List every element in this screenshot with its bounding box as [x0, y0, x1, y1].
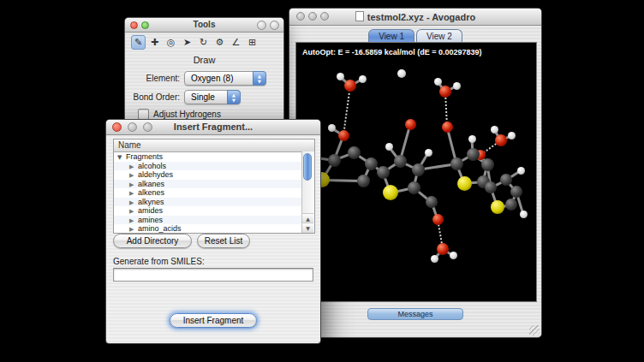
- desktop: { "main_window": { "title": "testmol2.xy…: [0, 0, 644, 362]
- disclosure-triangle-icon[interactable]: [129, 171, 138, 181]
- tools-toolbar: ✎✚◎➤↻⚙∠⊞: [131, 35, 261, 50]
- carbon-atom[interactable]: [510, 186, 522, 198]
- fragment-list-item[interactable]: alkynes: [114, 198, 302, 207]
- carbon-atom[interactable]: [467, 148, 480, 161]
- disclosure-triangle-icon[interactable]: [117, 153, 126, 163]
- carbon-atom[interactable]: [426, 196, 438, 208]
- element-label: Element:: [130, 74, 180, 83]
- scrollbar-thumb[interactable]: [303, 153, 312, 181]
- hydrogen-atom[interactable]: [517, 167, 525, 175]
- hydrogen-atom[interactable]: [385, 143, 393, 151]
- sulfur-atom[interactable]: [457, 176, 472, 191]
- fragment-name: alkynes: [138, 198, 164, 206]
- fragment-name: amino_acids: [138, 224, 182, 233]
- insert-fragment-button[interactable]: Insert Fragment: [170, 313, 257, 328]
- oxygen-atom[interactable]: [439, 86, 451, 98]
- main-window-titlebar[interactable]: testmol2.xyz - Avogadro: [289, 9, 541, 26]
- oxygen-atom[interactable]: [344, 80, 356, 92]
- resize-grip[interactable]: [529, 325, 540, 335]
- carbon-atom[interactable]: [500, 174, 512, 186]
- popup-arrows-icon: [227, 90, 241, 104]
- carbon-atom[interactable]: [412, 163, 425, 176]
- dialog-title: Insert Fragment...: [106, 122, 320, 132]
- list-scrollbar[interactable]: [301, 151, 314, 233]
- hydrogen-atom[interactable]: [450, 252, 457, 259]
- oxygen-atom[interactable]: [432, 214, 444, 225]
- fragment-list-item[interactable]: amides: [114, 206, 302, 216]
- selection-tool-icon[interactable]: ➤: [180, 35, 194, 50]
- fragment-name: aldehydes: [138, 170, 173, 179]
- draw-tool-icon[interactable]: ✎: [131, 35, 146, 50]
- smiles-input[interactable]: [113, 268, 313, 282]
- list-column-header-name[interactable]: Name: [114, 139, 314, 152]
- fragment-list-item[interactable]: amines: [114, 216, 302, 225]
- element-dropdown[interactable]: Oxygen (8): [184, 71, 266, 86]
- reset-list-button[interactable]: Reset List: [197, 234, 250, 248]
- disclosure-triangle-icon[interactable]: [129, 225, 138, 234]
- align-tool-icon[interactable]: ⊞: [245, 35, 259, 50]
- auto-rotate-tool-icon[interactable]: ↻: [196, 35, 211, 50]
- hydrogen-atom[interactable]: [453, 82, 461, 90]
- sulfur-atom[interactable]: [383, 185, 398, 200]
- fragment-root-item[interactable]: Fragments: [114, 152, 302, 162]
- scroll-down-button[interactable]: [302, 223, 313, 233]
- adjust-hydrogens-label: Adjust Hydrogens: [153, 110, 221, 119]
- bond-order-dropdown[interactable]: Single: [184, 90, 241, 104]
- hydrogen-atom[interactable]: [397, 69, 406, 78]
- auto-optimize-tool-icon[interactable]: ⚙: [212, 35, 227, 50]
- fragment-list-item[interactable]: alkenes: [114, 188, 302, 198]
- fragment-list-item[interactable]: aldehydes: [114, 170, 302, 180]
- bond-order-row: Bond Order: Single: [130, 90, 241, 104]
- oxygen-atom[interactable]: [495, 134, 507, 146]
- oxygen-atom[interactable]: [405, 119, 416, 130]
- hydrogen-atom[interactable]: [431, 255, 438, 263]
- hydrogen-atom[interactable]: [434, 78, 442, 86]
- fragment-name: alkenes: [138, 188, 164, 197]
- navigate-tool-icon[interactable]: ✚: [147, 35, 162, 50]
- document-icon: [355, 11, 364, 21]
- carbon-atom[interactable]: [357, 175, 370, 187]
- hydrogen-atom[interactable]: [337, 73, 344, 80]
- measure-tool-icon[interactable]: ∠: [229, 35, 243, 50]
- carbon-atom[interactable]: [450, 157, 463, 170]
- carbon-atom[interactable]: [505, 199, 517, 211]
- dialog-titlebar[interactable]: Insert Fragment...: [106, 120, 320, 135]
- disclosure-triangle-icon[interactable]: [129, 207, 138, 217]
- hydrogen-atom[interactable]: [508, 132, 516, 139]
- oxygen-atom[interactable]: [442, 122, 453, 133]
- active-tool-name: Draw: [125, 55, 283, 65]
- messages-button[interactable]: Messages: [367, 308, 463, 320]
- popup-arrows-icon: [253, 71, 266, 86]
- sulfur-atom[interactable]: [491, 200, 504, 214]
- hydrogen-bond: [343, 86, 351, 135]
- carbon-atom[interactable]: [328, 154, 341, 167]
- hydrogen-atom[interactable]: [425, 149, 432, 157]
- carbon-atom[interactable]: [485, 181, 497, 193]
- disclosure-triangle-icon[interactable]: [129, 189, 138, 199]
- 3d-viewport[interactable]: AutoOpt: E = -16.5859 kcal/mol (dE = 0.0…: [295, 42, 537, 302]
- tools-title: Tools: [125, 20, 283, 29]
- hydrogen-atom[interactable]: [491, 126, 498, 134]
- fragment-list[interactable]: Name Fragments alcoholsaldehydesalkanesa…: [113, 139, 315, 234]
- window-title: testmol2.xyz - Avogadro: [289, 11, 541, 22]
- add-directory-button[interactable]: Add Directory: [113, 234, 192, 248]
- hydrogen-atom[interactable]: [468, 135, 476, 143]
- fragment-list-item[interactable]: alcohols: [114, 162, 302, 171]
- hydrogen-atom[interactable]: [328, 124, 336, 132]
- carbon-atom[interactable]: [365, 157, 378, 170]
- molecule-render: [296, 43, 536, 301]
- hydrogen-atom[interactable]: [520, 211, 528, 218]
- carbon-atom[interactable]: [408, 181, 420, 194]
- oxygen-atom[interactable]: [338, 130, 349, 141]
- carbon-atom[interactable]: [348, 146, 361, 159]
- tools-titlebar[interactable]: Tools: [125, 18, 283, 33]
- fragment-list-item[interactable]: amino_acids: [114, 224, 302, 234]
- carbon-atom[interactable]: [481, 158, 494, 171]
- oxygen-atom[interactable]: [437, 243, 449, 255]
- bond-centric-tool-icon[interactable]: ◎: [164, 35, 178, 50]
- fragment-list-item[interactable]: alkanes: [114, 180, 302, 189]
- hydrogen-atom[interactable]: [359, 75, 367, 83]
- bond-order-value: Single: [191, 92, 215, 102]
- carbon-atom[interactable]: [394, 155, 407, 168]
- carbon-atom[interactable]: [377, 166, 390, 179]
